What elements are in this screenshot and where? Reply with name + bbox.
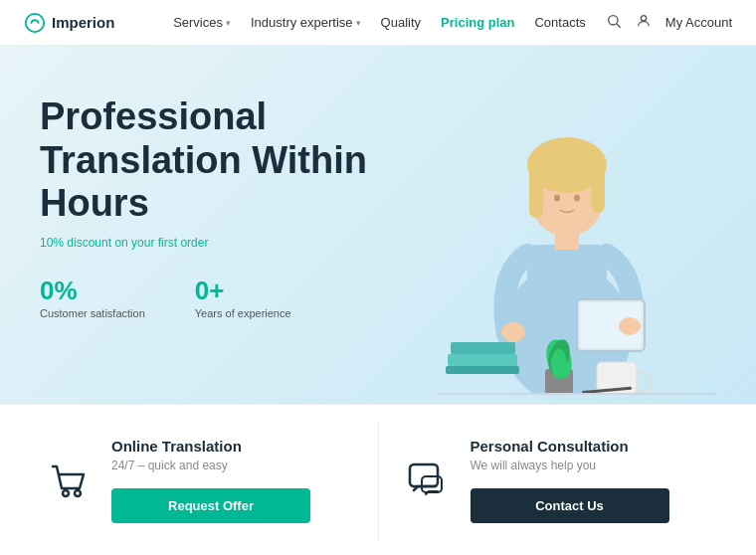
svg-rect-9 [591,163,605,213]
hero-section: Professional Translation Within Hours 10… [0,46,756,404]
hero-title: Professional Translation Within Hours [40,95,378,226]
svg-point-26 [63,490,69,496]
svg-point-11 [574,195,580,202]
card-2-subtitle: We will always help you [471,459,713,472]
svg-rect-17 [451,342,515,354]
svg-rect-16 [448,354,517,366]
logo-icon [24,12,46,34]
main-nav: Services ▾ Industry expertise ▾ Quality … [173,15,586,30]
user-icon[interactable] [636,13,652,33]
stat-experience: 0+ Years of experience [195,278,291,319]
cards-section: Online Translation 24/7 – quick and easy… [0,404,756,555]
stat-satisfaction-label: Customer satisfaction [40,307,145,319]
nav-quality[interactable]: Quality [381,15,421,30]
online-translation-content: Online Translation 24/7 – quick and easy… [111,438,354,523]
request-offer-button[interactable]: Request Offer [111,488,310,523]
nav-pricing[interactable]: Pricing plan [441,15,514,30]
svg-point-0 [608,15,617,24]
online-translation-card: Online Translation 24/7 – quick and easy… [20,420,379,541]
my-account-link[interactable]: My Account [665,15,732,30]
search-icon[interactable] [606,13,622,33]
chevron-down-icon: ▾ [226,18,231,28]
nav-services[interactable]: Services ▾ [173,15,231,30]
personal-consultation-content: Personal Consultation We will always hel… [471,438,713,523]
header-actions: My Account [606,13,732,33]
header: Imperion Services ▾ Industry expertise ▾… [0,0,756,46]
card-2-title: Personal Consultation [471,438,713,455]
stat-experience-value: 0+ [195,278,291,303]
personal-consultation-card: Personal Consultation We will always hel… [379,420,737,541]
svg-rect-18 [446,366,519,374]
card-1-title: Online Translation [111,438,354,455]
svg-line-1 [617,24,621,28]
chevron-down-icon: ▾ [356,18,361,28]
stat-satisfaction-value: 0% [40,278,145,303]
logo[interactable]: Imperion [24,12,114,34]
svg-point-2 [641,15,646,20]
cart-icon [44,456,94,505]
svg-point-27 [75,490,81,496]
desk-items [438,324,716,404]
nav-contacts[interactable]: Contacts [534,15,585,30]
stat-experience-label: Years of experience [195,307,291,319]
nav-industry[interactable]: Industry expertise ▾ [251,15,361,30]
chat-icon [403,456,453,505]
logo-text: Imperion [52,14,114,31]
svg-rect-8 [529,163,543,218]
svg-point-22 [551,349,567,379]
stat-satisfaction: 0% Customer satisfaction [40,278,145,319]
contact-us-button[interactable]: Contact Us [471,488,669,523]
hero-image [358,46,756,404]
card-1-subtitle: 24/7 – quick and easy [111,459,354,472]
svg-point-10 [554,195,560,202]
